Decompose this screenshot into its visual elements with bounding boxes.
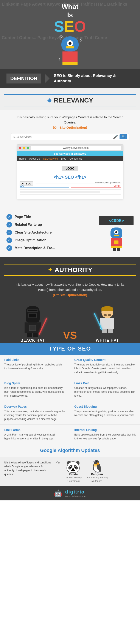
algo-update-icon-1: 🐧: [86, 460, 108, 472]
luke-legs: [95, 329, 120, 333]
algo-update-icon-0: 🐼: [65, 460, 82, 472]
search-button[interactable]: 🔍: [120, 134, 127, 139]
mock-search-bar[interactable]: 🎤 🔍: [11, 133, 129, 140]
seo-type-item-5: Guest BloggingThe process of writing a b…: [70, 401, 140, 425]
nav-home[interactable]: Home: [19, 157, 26, 160]
browser-nav: Home About Us SEO Service Blog Contact U…: [17, 156, 123, 161]
luke-eye-r: [108, 314, 111, 316]
seo-type-title-7: Internal Linking: [74, 428, 136, 432]
browser-url-text[interactable]: www.yourwebsite.com: [31, 146, 121, 150]
type-of-seo-title: TYPE OF SEO: [2, 345, 138, 352]
footer-robot-icon: 🤖: [54, 489, 63, 498]
google-bar: Google: [71, 187, 121, 188]
checklist-section: ✓ Page Title ✓ Related Write-up ✓ Clear …: [0, 208, 140, 257]
seo-type-desc-0: The practice of purchasing links on webs…: [4, 363, 66, 370]
algo-update-0: 🐼 Panda Content Penalty (Relevance): [65, 460, 82, 483]
algo-title: Google Algorithm Updates: [3, 448, 137, 453]
check-icon-4: ✓: [6, 238, 12, 243]
type-of-seo-banner: TYPE OF SEO: [0, 343, 140, 355]
check-label-1: Page Title: [15, 215, 31, 219]
browser-bar: www.yourwebsite.com: [17, 144, 123, 152]
seo-type-desc-6: A Link Farm is any group of websites tha…: [4, 433, 66, 440]
check-item-5: ✓ Meta Description & Etc...: [6, 245, 95, 251]
nav-blog[interactable]: Blog: [61, 157, 66, 160]
seo-letter-e: E: [64, 18, 74, 35]
check-icon-3: ✓: [6, 230, 12, 235]
relevancy-icon: ⊕: [47, 97, 52, 104]
seo-type-title-6: Link Farms: [4, 428, 66, 432]
definition-section: DEFINITION SEO is Simply about Relevancy…: [0, 69, 140, 88]
seo-type-desc-1: The more content-rich your site is, the …: [74, 363, 136, 374]
browser-site-title: Seo Services in Singapore: [17, 152, 123, 156]
nav-contact[interactable]: Contact Us: [70, 157, 82, 160]
mock-search-input[interactable]: [13, 135, 113, 138]
luke-figure: [95, 306, 120, 336]
relevancy-header: ⊕ RELEVANCY: [0, 88, 140, 110]
seo-type-item-3: Links BaitCreation of Infographics, whit…: [70, 378, 140, 401]
browser-dot-yellow: [23, 147, 25, 149]
authority-text: It is basically about how Trustworthy yo…: [11, 282, 129, 298]
on-site-text: (On-Site Optimization): [53, 126, 87, 129]
algo-update-subtitle-1: Link Building Penalty (Authority): [86, 476, 108, 483]
definition-label: DEFINITION: [6, 74, 41, 84]
logo-box: LOGO: [62, 166, 78, 171]
browser-dot-red: [19, 147, 21, 149]
darth-mouth: [28, 313, 37, 318]
seo-type-title-4: Doorway Pages: [4, 405, 66, 408]
browser-content: LOGO <h1> SEO </h1> Alt='SEO' Seach Engi…: [17, 161, 123, 199]
hero-content: What Is SEO ? ? ?: [54, 2, 86, 67]
darth-chest-panel: [29, 325, 36, 331]
check-label-4: Image Optimization: [15, 238, 47, 242]
seo-line: Seach Engine Optimization: [36, 184, 120, 184]
content-line-3: [20, 194, 121, 195]
check-item-2: ✓ Related Write-up: [6, 222, 95, 228]
seo-type-desc-5: The process of writing a blog post for s…: [74, 409, 136, 417]
seo-letter-s: S: [54, 18, 64, 35]
algo-section: Google Algorithm Updates It is the tweak…: [0, 444, 140, 486]
algo-body-text: It is the tweaking of logics and conditi…: [4, 460, 52, 476]
seo-type-title-5: Guest Blogging: [74, 405, 136, 408]
code-tag: <CODE>: [99, 216, 134, 225]
check-icon-1: ✓: [6, 214, 12, 220]
definition-arrow: [45, 74, 50, 83]
code-robot-section: <CODE>: [99, 216, 134, 249]
hero-section: LinkedIn Page Advert Keywords Code Traff…: [0, 0, 140, 69]
check-icon-5: ✓: [6, 245, 12, 251]
algo-update-name-1: Penguin: [86, 472, 108, 476]
alt-tag-row: Alt='SEO' Seach Engine Optimization: [20, 182, 121, 186]
small-robot: [107, 228, 126, 249]
black-hat-label: BLACK HAT: [6, 338, 59, 343]
relevancy-body: It is basically making sure your Webpage…: [0, 110, 140, 208]
seo-types-grid: Paid LinksThe practice of purchasing lin…: [0, 355, 140, 444]
mic-icon: 🎤: [113, 134, 118, 139]
nav-seo-service[interactable]: SEO Service: [43, 157, 58, 160]
seo-letter-o: O: [74, 18, 86, 35]
h1-tag-display: <h1> SEO </h1>: [20, 175, 121, 180]
browser-dot-green: [27, 147, 29, 149]
authority-header: ✦ AUTHORITY: [0, 257, 140, 280]
definition-text: SEO is Simply about Relevancy & Authorit…: [54, 73, 134, 84]
nav-about[interactable]: About Us: [29, 157, 40, 160]
relevancy-title: ⊕ RELEVANCY: [4, 97, 136, 104]
check-label-2: Related Write-up: [15, 223, 42, 227]
luke-hair: [101, 306, 113, 311]
seo-type-title-3: Links Bait: [74, 382, 136, 385]
footer: 🤖 digitrio www.digitrio.com.sg: [0, 486, 140, 500]
luke-body: [100, 318, 114, 329]
seo-type-item-2: Blog SpamIt is a form of spamming and do…: [0, 378, 70, 401]
seo-type-title-2: Blog Spam: [4, 382, 66, 385]
check-item-4: ✓ Image Optimization: [6, 238, 95, 243]
authority-title: ✦ AUTHORITY: [4, 266, 136, 274]
check-label-5: Meta Description & Etc...: [15, 246, 55, 250]
seo-type-item-1: Great Quality ContentThe more content-ri…: [70, 355, 140, 378]
hero-seo-text: SEO: [54, 19, 86, 34]
content-line-2: [20, 192, 100, 193]
seo-google-row: SEO Google: [20, 187, 121, 188]
off-site-text: (Off-Site Optimization): [53, 293, 87, 297]
algo-updates: Eg: 🐼 Panda Content Penalty (Relevance) …: [56, 460, 136, 483]
seo-bar: SEO: [20, 187, 69, 188]
check-item-1: ✓ Page Title: [6, 214, 95, 220]
darth-legs: [20, 333, 45, 337]
checklist-items: ✓ Page Title ✓ Related Write-up ✓ Clear …: [6, 212, 95, 253]
black-hat-side: BLACK HAT: [6, 306, 59, 343]
